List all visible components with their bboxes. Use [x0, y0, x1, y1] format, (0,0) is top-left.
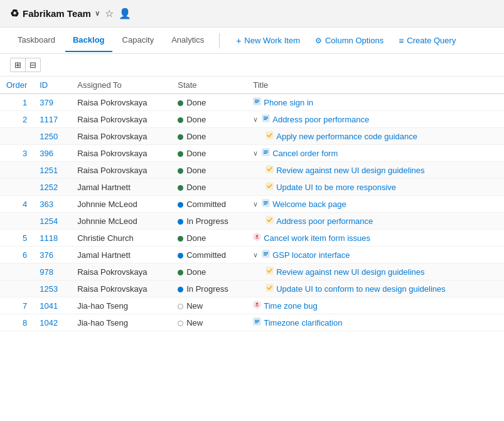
work-item-type-icon	[265, 165, 274, 175]
create-query-label: Create Query	[407, 36, 456, 45]
cell-id[interactable]: 1253	[33, 280, 71, 297]
col-header-id: ID	[33, 77, 71, 94]
cell-id[interactable]: 1117	[33, 111, 71, 128]
cell-state: Committed	[171, 196, 247, 213]
column-options-button[interactable]: ⚙ Column Options	[309, 32, 390, 49]
work-item-title[interactable]: Update UI to be more responsive	[276, 183, 396, 192]
team-name[interactable]: ♻ Fabrikam Team ∨	[10, 8, 100, 19]
cell-id[interactable]: 1042	[33, 314, 71, 331]
table-row: 6376Jamal HartnettCommitted∨GSP locator …	[0, 247, 504, 264]
work-item-title[interactable]: Phone sign in	[264, 98, 313, 107]
cell-order: 4	[0, 196, 33, 213]
expand-all-button[interactable]: ⊞	[11, 58, 26, 72]
state-dot-icon	[178, 270, 183, 275]
work-item-title[interactable]: Address poor performance	[272, 115, 369, 124]
cell-assigned-to: Raisa Pokrovskaya	[71, 280, 171, 297]
cell-title: ∨GSP locator interface	[247, 247, 504, 264]
cell-id[interactable]: 1250	[33, 128, 71, 145]
work-item-title[interactable]: Welcome back page	[272, 200, 346, 209]
top-bar: ♻ Fabrikam Team ∨ ☆ 👤	[0, 0, 504, 28]
cell-title: Review against new UI design guidelines	[247, 264, 504, 280]
work-item-title[interactable]: Cancel order form	[272, 149, 338, 158]
table-row: 1251Raisa PokrovskayaDoneReview against …	[0, 162, 504, 179]
new-work-item-icon: +	[236, 36, 241, 46]
work-item-title[interactable]: Update UI to conform to new design guide…	[276, 284, 446, 294]
state-dot-icon	[178, 100, 183, 106]
cell-assigned-to: Jia-hao Tseng	[71, 314, 171, 331]
team-icon: ♻	[10, 8, 19, 19]
cell-order: 7	[0, 297, 33, 314]
cell-assigned-to: Jia-hao Tseng	[71, 297, 171, 314]
create-query-button[interactable]: ≡ Create Query	[392, 32, 462, 50]
column-options-label: Column Options	[325, 36, 383, 45]
cell-id[interactable]: 1118	[33, 230, 71, 247]
cell-state: Done	[171, 162, 247, 179]
work-item-title[interactable]: GSP locator interface	[272, 250, 350, 260]
work-item-type-icon	[265, 284, 274, 294]
add-member-icon[interactable]: 👤	[119, 8, 131, 19]
table-header-row: Order ID Assigned To State Title	[0, 77, 504, 94]
cell-id[interactable]: 396	[33, 145, 71, 162]
cell-state: Done	[171, 230, 247, 247]
cell-assigned-to: Raisa Pokrovskaya	[71, 264, 171, 280]
expand-chevron-icon[interactable]: ∨	[253, 149, 258, 157]
cell-state: In Progress	[171, 213, 247, 230]
table-row: 3396Raisa PokrovskayaDone∨Cancel order f…	[0, 145, 504, 162]
backlog-table-container: Order ID Assigned To State Title 1379Rai…	[0, 77, 504, 331]
nav-divider	[219, 33, 220, 48]
cell-id[interactable]: 363	[33, 196, 71, 213]
cell-id[interactable]: 1251	[33, 162, 71, 179]
cell-assigned-to: Raisa Pokrovskaya	[71, 145, 171, 162]
tab-analytics[interactable]: Analytics	[164, 29, 212, 52]
cell-id[interactable]: 376	[33, 247, 71, 264]
new-work-item-button[interactable]: + New Work Item	[230, 32, 306, 50]
cell-order: 1	[0, 94, 33, 111]
expand-chevron-icon[interactable]: ∨	[253, 115, 258, 124]
expand-chevron-icon[interactable]: ∨	[253, 251, 258, 259]
cell-assigned-to: Christie Church	[71, 230, 171, 247]
work-item-title[interactable]: Timezone clarification	[264, 318, 342, 328]
cell-order: 2	[0, 111, 33, 128]
tab-taskboard[interactable]: Taskboard	[10, 29, 63, 52]
table-body: 1379Raisa PokrovskayaDonePhone sign in21…	[0, 94, 504, 331]
col-header-title: Title	[247, 77, 504, 94]
tab-capacity[interactable]: Capacity	[115, 29, 162, 52]
cell-state: Committed	[171, 247, 247, 264]
cell-state: Done	[171, 111, 247, 128]
expand-chevron-icon[interactable]: ∨	[253, 200, 258, 208]
favorite-star-icon[interactable]: ☆	[105, 8, 114, 19]
work-item-type-icon	[262, 250, 270, 260]
work-item-title[interactable]: Review against new UI design guidelines	[276, 166, 424, 175]
cell-assigned-to: Raisa Pokrovskaya	[71, 111, 171, 128]
cell-id[interactable]: 1252	[33, 179, 71, 196]
work-item-type-icon	[253, 317, 261, 328]
work-item-title[interactable]: Apply new performance code guidance	[276, 132, 417, 141]
cell-state: Done	[171, 94, 247, 111]
state-dot-icon	[178, 151, 183, 157]
cell-state: In Progress	[171, 280, 247, 297]
cell-id[interactable]: 978	[33, 264, 71, 280]
team-chevron-icon: ∨	[95, 9, 100, 18]
tab-backlog[interactable]: Backlog	[65, 29, 112, 52]
cell-assigned-to: Raisa Pokrovskaya	[71, 162, 171, 179]
cell-id[interactable]: 379	[33, 94, 71, 111]
column-options-icon: ⚙	[315, 36, 322, 45]
cell-id[interactable]: 1254	[33, 213, 71, 230]
cell-id[interactable]: 1041	[33, 297, 71, 314]
work-item-title[interactable]: Cancel work item form issues	[264, 233, 370, 243]
collapse-all-button[interactable]: ⊟	[26, 58, 40, 72]
expand-collapse-control: ⊞ ⊟	[10, 58, 41, 72]
table-row: 21117Raisa PokrovskayaDone∨Address poor …	[0, 111, 504, 128]
state-dot-icon	[178, 321, 183, 326]
cell-order: 6	[0, 247, 33, 264]
work-item-type-icon	[262, 114, 270, 124]
state-dot-icon	[178, 168, 183, 174]
table-row: 4363Johnnie McLeodCommitted∨Welcome back…	[0, 196, 504, 213]
backlog-table: Order ID Assigned To State Title 1379Rai…	[0, 77, 504, 331]
work-item-title[interactable]: Review against new UI design guidelines	[276, 267, 424, 277]
col-header-assigned: Assigned To	[71, 77, 171, 94]
work-item-type-icon	[253, 301, 261, 311]
work-item-title[interactable]: Time zone bug	[264, 301, 318, 311]
work-item-title[interactable]: Address poor performance	[276, 216, 373, 226]
col-header-order: Order	[0, 77, 33, 94]
